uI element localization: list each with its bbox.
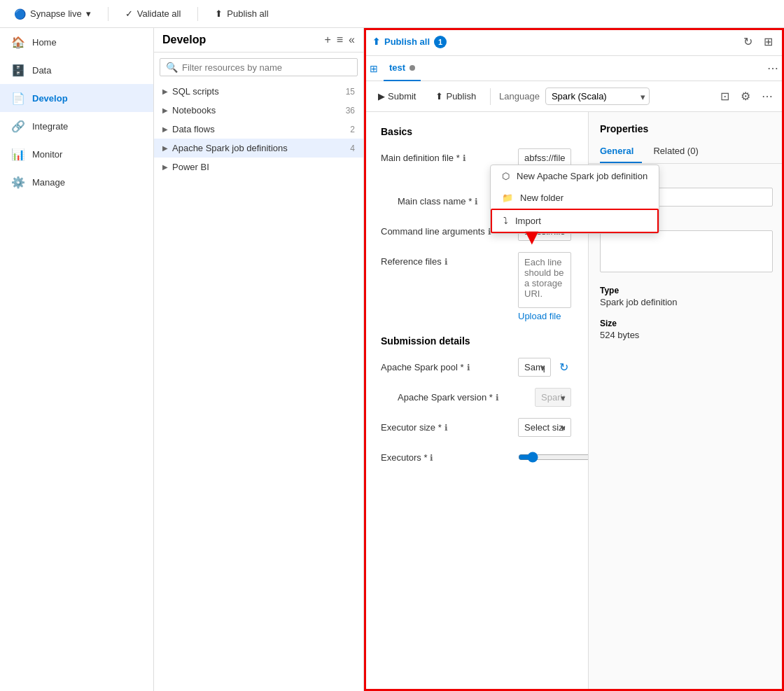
develop-icon: 📄 <box>11 91 25 105</box>
new-folder-label: New folder <box>520 193 564 203</box>
search-box[interactable]: 🔍 <box>160 58 358 76</box>
properties-icon-btn[interactable]: ⊡ <box>718 87 732 106</box>
panel-more-btn[interactable]: ⋯ <box>767 62 778 75</box>
develop-add-btn[interactable]: + <box>324 34 330 46</box>
context-menu-new-spark[interactable]: ⬡ New Apache Spark job definition <box>491 165 659 187</box>
content-area: ⬆ Publish all 1 ↻ ⊞ ⊞ test <box>364 28 784 691</box>
sidebar-item-data[interactable]: 🗄️ Data <box>0 56 153 84</box>
settings-icon-btn[interactable]: ⚙ <box>738 87 753 106</box>
props-tab-general[interactable]: General <box>600 140 642 163</box>
toolbar-separator <box>490 88 491 105</box>
publish-icon: ⬆ <box>435 91 443 102</box>
left-sidebar: 🏠 Home 🗄️ Data 📄 Develop 🔗 Integrate 📊 M… <box>0 28 154 691</box>
synapse-icon: 🔵 <box>14 8 26 20</box>
props-tab-general-label: General <box>600 146 634 156</box>
spark-version-label: Apache Spark version * ℹ <box>398 388 524 403</box>
separator-1 <box>108 7 108 21</box>
language-dropdown[interactable]: Spark (Scala) PySpark (Python) .NET Spar… <box>545 88 650 105</box>
basics-title: Basics <box>381 126 571 137</box>
props-type-label: Type <box>600 286 773 295</box>
tree-item-dataflows[interactable]: ▶ Data flows 2 <box>154 120 363 139</box>
tree-count-dataflows: 2 <box>350 125 355 134</box>
sidebar-item-monitor[interactable]: 📊 Monitor <box>0 140 153 168</box>
integrate-icon: 🔗 <box>11 119 25 133</box>
form-group-ref-files: Reference files ℹ Upload file <box>381 252 571 321</box>
spark-version-dropdown[interactable]: Spark 2.4 <box>535 388 571 407</box>
panel-tab-test[interactable]: test <box>384 56 421 81</box>
main-class-info-icon[interactable]: ℹ <box>475 197 478 207</box>
new-spark-icon: ⬡ <box>502 171 510 181</box>
new-spark-label: New Apache Spark job definition <box>517 171 648 181</box>
synapse-live-btn[interactable]: 🔵 Synapse live ▾ <box>8 6 97 22</box>
publish-all-topbar-btn[interactable]: ⬆ Publish all <box>209 6 274 22</box>
properties-title: Properties <box>589 112 784 140</box>
validate-all-btn[interactable]: ✓ Validate all <box>120 6 187 22</box>
props-tab-related[interactable]: Related (0) <box>653 140 706 163</box>
develop-expand-btn[interactable]: ≡ <box>337 34 343 46</box>
publish-all-btn[interactable]: ⬆ Publish all 1 <box>372 36 447 48</box>
executors-slider[interactable] <box>518 452 588 463</box>
spark-pool-control: SampleSpark ↻ <box>518 358 571 377</box>
sidebar-label-data: Data <box>32 65 51 76</box>
tree-chevron-spark: ▶ <box>162 144 168 152</box>
develop-title: Develop <box>162 34 318 46</box>
manage-icon: ⚙️ <box>11 175 25 189</box>
form-group-spark-pool: Apache Spark pool * ℹ SampleSpark ↻ <box>381 358 571 377</box>
spark-pool-dropdown[interactable]: SampleSpark <box>518 358 551 377</box>
submit-btn[interactable]: ▶ Submit <box>372 88 421 104</box>
data-icon: 🗄️ <box>11 63 25 77</box>
executor-size-info-icon[interactable]: ℹ <box>444 423 448 433</box>
synapse-chevron-icon: ▾ <box>86 8 91 19</box>
home-icon: 🏠 <box>11 35 25 49</box>
spark-pool-dropdown-wrapper: SampleSpark <box>518 358 551 377</box>
ref-files-textarea[interactable] <box>518 252 571 308</box>
upload-file-link-2[interactable]: Upload file <box>518 311 571 321</box>
tree-label-spark: Apache Spark job definitions <box>172 143 346 153</box>
sidebar-label-manage: Manage <box>32 177 65 188</box>
spark-pool-info-icon[interactable]: ℹ <box>467 363 470 372</box>
develop-header: Develop + ≡ « <box>154 28 363 53</box>
main-def-info-icon[interactable]: ℹ <box>463 153 466 163</box>
tree-label-dataflows: Data flows <box>172 124 346 134</box>
tree-item-powerbi[interactable]: ▶ Power BI <box>154 158 363 176</box>
toolbar: ▶ Submit ⬆ Publish Language Spark (Scala… <box>364 81 784 112</box>
new-folder-icon: 📁 <box>502 193 513 203</box>
sidebar-item-manage[interactable]: ⚙️ Manage <box>0 168 153 196</box>
search-icon: 🔍 <box>166 62 178 73</box>
ref-files-info-icon[interactable]: ℹ <box>444 257 448 267</box>
tree-count-spark: 4 <box>350 144 355 153</box>
sidebar-item-develop[interactable]: 📄 Develop <box>0 84 153 112</box>
sidebar-label-monitor: Monitor <box>32 149 62 160</box>
tree-count-sql: 15 <box>346 87 355 97</box>
sidebar-item-home[interactable]: 🏠 Home <box>0 28 153 56</box>
publish-btn[interactable]: ⬆ Publish <box>430 88 482 104</box>
props-type-field: Type Spark job definition <box>600 286 773 307</box>
executor-size-dropdown[interactable]: Select size Small Medium Large <box>518 418 571 437</box>
tree-item-spark[interactable]: ▶ Apache Spark job definitions 4 <box>154 139 363 158</box>
tree-chevron-sql: ▶ <box>162 88 168 95</box>
sidebar-item-integrate[interactable]: 🔗 Integrate <box>0 112 153 140</box>
spark-version-info-icon[interactable]: ℹ <box>496 393 499 403</box>
tree-label-notebooks: Notebooks <box>172 105 342 116</box>
search-input[interactable] <box>182 62 351 73</box>
spark-pool-refresh-btn[interactable]: ↻ <box>556 358 571 377</box>
props-desc-textarea[interactable] <box>600 230 773 272</box>
develop-collapse-btn[interactable]: « <box>349 34 355 46</box>
top-bar: 🔵 Synapse live ▾ ✓ Validate all ⬆ Publis… <box>0 0 784 28</box>
separator-2 <box>197 7 198 21</box>
tab-unsaved-dot <box>410 65 415 71</box>
submit-icon: ▶ <box>378 91 385 102</box>
props-size-field: Size 524 bytes <box>600 319 773 340</box>
executors-info-icon[interactable]: ℹ <box>430 453 433 463</box>
props-type-value: Spark job definition <box>600 297 773 307</box>
context-menu-import[interactable]: ⤵ Import <box>491 209 659 233</box>
more-icon-btn[interactable]: ⋯ <box>759 87 776 106</box>
tree-item-sql[interactable]: ▶ SQL scripts 15 <box>154 82 363 101</box>
refresh-btn[interactable]: ↻ <box>741 32 755 51</box>
cmd-args-label: Command line arguments ℹ <box>381 222 507 237</box>
develop-panel: Develop + ≡ « 🔍 ▶ SQL scripts 15 <box>154 28 364 691</box>
context-menu-new-folder[interactable]: 📁 New folder <box>491 187 659 209</box>
tree-item-notebooks[interactable]: ▶ Notebooks 36 <box>154 101 363 120</box>
language-select: Language Spark (Scala) PySpark (Python) … <box>499 88 650 105</box>
layout-btn[interactable]: ⊞ <box>761 32 776 51</box>
